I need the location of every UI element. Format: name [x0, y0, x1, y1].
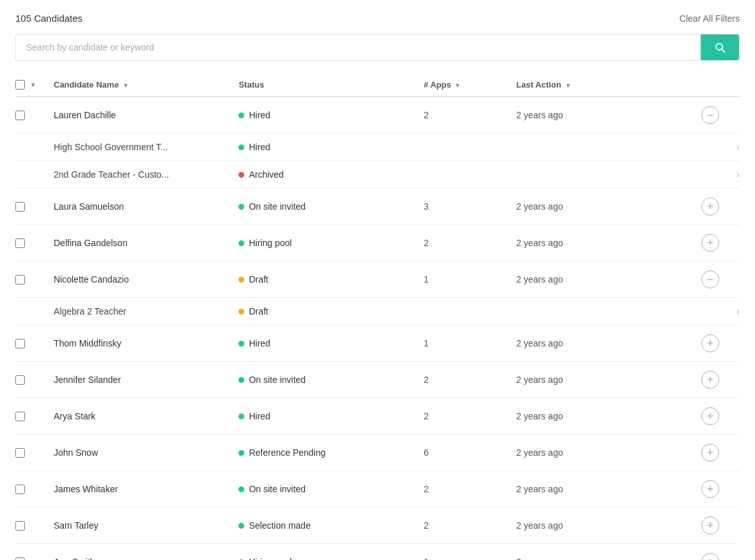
table-row[interactable]: Nicolette Candazio Draft 1 2 years ago − [15, 261, 740, 298]
sub-row-status: Draft [238, 306, 423, 316]
status-text: Hired [249, 338, 270, 348]
row-last-action: 2 years ago [517, 557, 701, 560]
expand-button[interactable]: + [701, 234, 719, 252]
row-checkbox-col [15, 412, 54, 421]
candidates-count: 105 Candidates [15, 13, 82, 24]
row-action-col: + [701, 517, 740, 534]
row-status: Hired [238, 338, 423, 348]
name-sort-icon[interactable]: ▾ [124, 82, 127, 89]
table-row[interactable]: Delfina Gandelson Hiring pool 2 2 years … [15, 225, 740, 261]
row-apps: 2 [424, 411, 517, 421]
clear-filters-link[interactable]: Clear All Filters [680, 13, 740, 24]
expand-button[interactable]: + [701, 198, 719, 215]
header-apps: # Apps ▾ [424, 80, 517, 89]
row-checkbox[interactable] [15, 339, 25, 348]
row-checkbox-col [15, 238, 54, 248]
expand-button[interactable]: + [701, 517, 719, 534]
row-apps: 2 [424, 238, 517, 248]
table-row[interactable]: John Snow Reference Pending 6 2 years ag… [15, 435, 740, 471]
row-checkbox[interactable] [15, 412, 25, 421]
row-name: Thom Middfinsky [54, 338, 238, 348]
row-last-action: 2 years ago [517, 238, 701, 248]
sub-row[interactable]: 2nd Grade Teacher - Custo... Archived › [15, 161, 740, 189]
chevron-right-icon[interactable]: › [736, 169, 740, 180]
table-row[interactable]: Sam Tarley Selection made 2 2 years ago … [15, 508, 740, 544]
row-checkbox[interactable] [15, 485, 25, 494]
expand-button[interactable]: + [701, 553, 719, 560]
search-button[interactable] [701, 35, 739, 60]
table-row[interactable]: James Whitaker On site invited 2 2 years… [15, 471, 740, 508]
search-icon [713, 41, 726, 54]
row-checkbox-col [15, 275, 54, 284]
row-checkbox[interactable] [15, 238, 25, 248]
row-apps: 3 [424, 201, 517, 212]
row-checkbox[interactable] [15, 375, 25, 385]
row-status: Hiring pool [238, 557, 423, 560]
row-apps: 2 [424, 520, 517, 531]
row-name: Ana Smith [54, 557, 238, 560]
status-text: Draft [249, 274, 268, 284]
collapse-button[interactable]: − [701, 270, 719, 288]
row-checkbox-col [15, 111, 54, 120]
table-row[interactable]: Lauren Dachille Hired 2 2 years ago − [15, 97, 740, 134]
sub-chevron-col: › [701, 141, 740, 153]
row-name: Lauren Dachille [54, 110, 238, 120]
sub-status-dot [238, 172, 244, 178]
status-dot [238, 414, 244, 419]
chevron-right-icon[interactable]: › [736, 141, 740, 153]
status-dot [238, 341, 244, 346]
status-dot [238, 113, 244, 118]
row-checkbox-col [15, 375, 54, 385]
sub-status-text: Hired [249, 142, 270, 152]
expand-button[interactable]: + [701, 407, 719, 425]
sub-row[interactable]: High School Government T... Hired › [15, 134, 740, 161]
chevron-right-icon[interactable]: › [736, 306, 740, 317]
row-checkbox[interactable] [15, 202, 25, 212]
select-chevron-icon: ▾ [31, 81, 35, 88]
row-status: Selection made [238, 520, 423, 531]
row-checkbox[interactable] [15, 275, 25, 284]
row-action-col: + [701, 407, 740, 425]
expand-button[interactable]: + [701, 444, 719, 462]
row-apps: 6 [424, 447, 517, 458]
select-all-checkbox[interactable] [15, 80, 25, 89]
row-apps: 1 [424, 338, 517, 348]
row-name: John Snow [54, 447, 238, 458]
row-last-action: 2 years ago [517, 274, 701, 284]
table-row[interactable]: Thom Middfinsky Hired 1 2 years ago + [15, 325, 740, 362]
collapse-button[interactable]: − [701, 106, 719, 124]
search-input[interactable] [16, 35, 701, 60]
row-checkbox[interactable] [15, 111, 25, 120]
row-apps: 1 [424, 274, 517, 284]
row-checkbox-col [15, 448, 54, 458]
row-name: Nicolette Candazio [54, 274, 238, 284]
row-name: Laura Samuelson [54, 201, 238, 212]
sub-row[interactable]: Algebra 2 Teacher Draft › [15, 298, 740, 325]
row-checkbox[interactable] [15, 557, 25, 561]
lastaction-sort-icon[interactable]: ▾ [566, 82, 570, 89]
status-dot [238, 450, 244, 456]
row-status: On site invited [238, 375, 423, 385]
table-row[interactable]: Laura Samuelson On site invited 3 2 year… [15, 189, 740, 225]
expand-button[interactable]: + [701, 334, 719, 352]
apps-sort-icon[interactable]: ▾ [456, 82, 459, 89]
row-name: Jennifer Silander [54, 375, 238, 385]
table-row[interactable]: Ana Smith Hiring pool 1 2 years ago + [15, 544, 740, 560]
row-action-col: + [701, 334, 740, 352]
sub-row-status: Archived [238, 169, 423, 180]
header-last-action: Last Action ▾ [517, 80, 701, 89]
header-candidate-name: Candidate Name ▾ [54, 80, 238, 89]
expand-button[interactable]: + [701, 371, 719, 389]
status-text: Reference Pending [249, 447, 325, 458]
expand-button[interactable]: + [701, 480, 719, 498]
row-last-action: 2 years ago [517, 520, 701, 531]
sub-chevron-col: › [701, 306, 740, 317]
table-row[interactable]: Arya Stark Hired 2 2 years ago + [15, 398, 740, 435]
row-checkbox-col [15, 339, 54, 348]
row-checkbox[interactable] [15, 448, 25, 458]
table-row[interactable]: Jennifer Silander On site invited 2 2 ye… [15, 362, 740, 398]
status-text: Hired [249, 411, 270, 421]
status-text: Hired [249, 110, 270, 120]
row-checkbox[interactable] [15, 521, 25, 531]
row-last-action: 2 years ago [517, 484, 701, 494]
